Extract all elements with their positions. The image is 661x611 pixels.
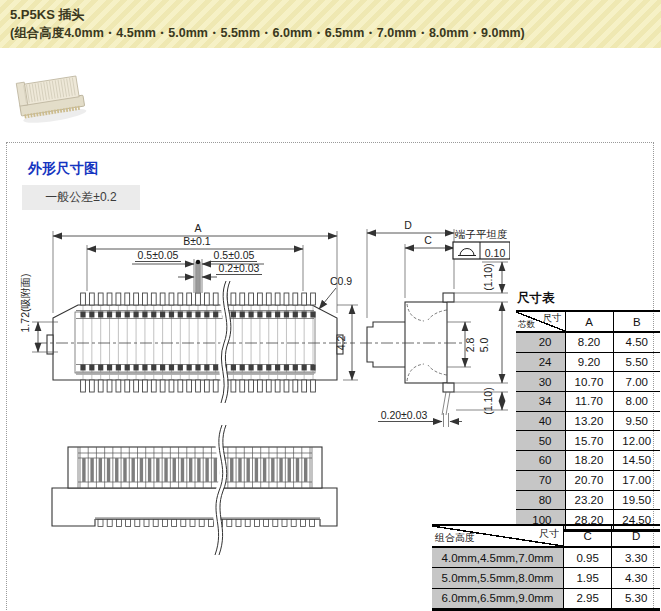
dim-a-cell: 20.70 [565,470,613,490]
dim-c-cell: 0.95 [564,547,612,568]
section-title: 外形尺寸图 [28,160,98,178]
pins-cell: 24 [516,352,565,372]
top-view-drawing: A B±0.1 0.5±0.05 0.5±0.05 0.2±0.03 1.72(… [19,222,358,403]
table-row: 4013.209.50 [516,411,660,431]
dim-a-cell: 8.20 [565,332,613,352]
dim-a-cell: 9.20 [565,352,613,372]
table-row: 5015.7012.00 [516,431,660,451]
general-tolerance-badge: 一般公差±0.2 [22,185,140,210]
solder-teeth-row [98,520,315,527]
dim-c-cell: 1.95 [564,568,612,588]
page-subtitle: (组合高度4.0mm・4.5mm・5.0mm・5.5mm・6.0mm・6.5mm… [10,25,661,43]
dim-b-cell: 7.00 [613,372,660,392]
dim-b-cell: 4.50 [613,332,660,352]
dim-d-cell: 3.30 [612,547,660,568]
size-table-corner-cell: 尺寸 芯数 [516,311,565,332]
front-view-drawing [52,425,337,555]
dim-a-cell: 15.70 [565,431,613,451]
height-cell: 4.0mm,4.5mm,7.0mm [432,547,564,568]
datum-dot [196,260,200,264]
pins-cell: 40 [516,411,565,431]
table-row: 249.205.50 [516,352,660,372]
corner-top-label: 尺寸 [539,527,559,541]
table-row: 4.0mm,4.5mm,7.0mm0.953.30 [432,547,660,568]
corner-bottom-label: 芯数 [518,319,535,331]
dim-a-cell: 23.20 [565,490,613,510]
dim-a-cell: 13.20 [565,411,613,431]
table-row: 8023.2019.50 [516,490,660,510]
dim-C-label: C [424,234,432,246]
top-pin-row [81,293,316,305]
table-row: 5.0mm,5.5mm,8.0mm1.954.30 [432,568,660,588]
dim-A-label: A [194,222,201,234]
pins-cell: 80 [516,490,565,510]
dim-half-right-label: 0.5±0.05 [214,249,255,261]
corner-bottom-label: 组合高度 [435,531,475,545]
pins-cell: 50 [516,431,565,451]
dim-a-cell: 11.70 [565,392,613,412]
dim-body-height-label: 4.2 [335,336,347,351]
height-cell: 5.0mm,5.5mm,8.0mm [432,568,564,588]
page-header: 5.P5KS 插头 (组合高度4.0mm・4.5mm・5.0mm・5.5mm・6… [0,0,661,48]
dim-paren-top-label: (1.10) [482,263,494,290]
table-row: 7020.7017.00 [516,470,660,490]
dim-b-cell: 19.50 [613,490,660,510]
dim-d-cell: 4.30 [612,568,660,588]
pins-cell: 60 [516,451,565,471]
dim-b-cell: 8.00 [613,392,660,412]
size-table-section: 尺寸表 尺寸 芯数 A B 208.204.50 249.205.50 3010… [516,290,660,532]
dim-c-cell: 2.95 [564,588,612,609]
corner-top-label: 尺寸 [543,312,562,325]
flatness-value: 0.10 [485,247,506,259]
table-row: 3411.708.00 [516,392,660,412]
dim-inner-height-label: 2.8 [464,338,476,353]
side-view-drawing: D C 端子平坦度 0.10 (1.10) 5.0 2.8 (1.10) 0.2… [360,219,510,427]
height-table-section: 尺寸 组合高度 C D 4.0mm,4.5mm,7.0mm0.953.30 5.… [432,524,660,611]
size-table-header-row: 尺寸 芯数 A B [516,311,660,332]
connector-image [16,73,87,126]
dim-center-gap-label: 0.2±0.03 [219,262,260,274]
size-table-title: 尺寸表 [517,290,660,307]
dim-b-cell: 17.00 [613,470,660,490]
height-cell: 6.0mm,6.5mm,9.0mm [432,588,564,609]
size-table-col-A: A [565,311,613,332]
height-table-header-row: 尺寸 组合高度 C D [432,525,660,547]
flatness-label: 端子平坦度 [454,228,508,240]
dim-D-label: D [404,219,412,231]
table-row: 6.0mm,6.5mm,9.0mm2.955.30 [432,588,660,609]
dimension-drawing: A B±0.1 0.5±0.05 0.5±0.05 0.2±0.03 1.72(… [10,215,510,565]
pins-cell: 30 [516,372,565,392]
size-table-col-B: B [613,311,660,332]
height-table-col-C: C [564,525,612,547]
dim-chamfer-label: C0.9 [330,275,352,287]
dim-paren-bottom-label: (1.10) [482,387,494,414]
dim-half-left-label: 0.5±0.05 [138,249,179,261]
highlighted-terminal [196,262,200,293]
dim-b-cell: 14.50 [613,451,660,471]
dim-a-cell: 18.20 [565,451,613,471]
height-table-corner-cell: 尺寸 组合高度 [432,525,564,547]
dim-pickup-face-label: 1.72(吸附面) [19,274,31,333]
dim-a-cell: 10.70 [565,372,613,392]
height-table: 尺寸 组合高度 C D 4.0mm,4.5mm,7.0mm0.953.30 5.… [432,524,660,611]
size-table: 尺寸 芯数 A B 208.204.50 249.205.50 3010.707… [516,310,660,532]
table-row: 6018.2014.50 [516,451,660,471]
height-table-col-D: D [612,525,660,547]
dim-B-label: B±0.1 [183,235,211,247]
dim-b-cell: 12.00 [613,431,660,451]
connector-photo [10,66,94,130]
bottom-pin-row [81,380,316,392]
dim-b-cell: 5.50 [613,352,660,372]
pins-cell: 20 [516,332,565,352]
dim-lead-thickness-label: 0.20±0.03 [381,409,428,421]
dim-b-cell: 9.50 [613,411,660,431]
dim-outer-height-label: 5.0 [478,338,490,353]
dim-d-cell: 5.30 [612,588,660,609]
page-title: 5.P5KS 插头 [10,5,661,25]
table-row: 3010.707.00 [516,372,660,392]
pins-cell: 34 [516,392,565,412]
table-row: 208.204.50 [516,332,660,352]
pins-cell: 70 [516,470,565,490]
